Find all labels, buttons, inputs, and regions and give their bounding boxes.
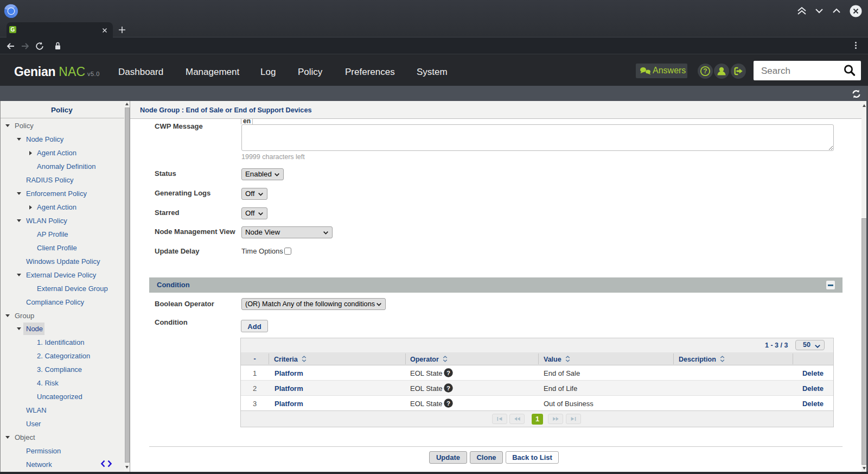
- svg-text:?: ?: [446, 385, 450, 391]
- svg-text:?: ?: [446, 370, 450, 376]
- svg-text:?: ?: [446, 400, 450, 407]
- svg-text:?: ?: [703, 67, 707, 75]
